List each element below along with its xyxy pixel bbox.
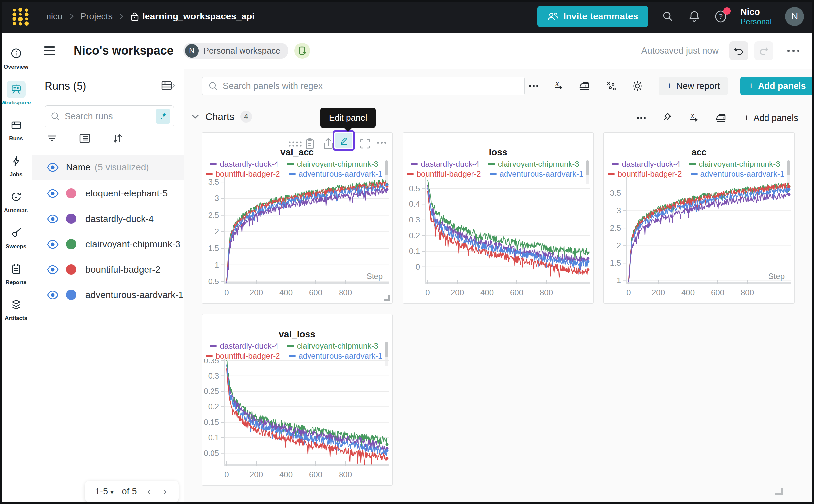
charts-section-header[interactable]: Charts 4 (191, 111, 252, 123)
sidebar-item-label: Automat. (4, 207, 28, 214)
new-report-button[interactable]: + New report (659, 77, 728, 95)
sidebar-item-reports[interactable]: Reports (0, 260, 32, 286)
svg-text:1.5: 1.5 (208, 244, 219, 252)
charts-section-label: Charts (205, 111, 234, 122)
sidebar-item-workspace[interactable]: Workspace (0, 81, 32, 106)
legend-item[interactable]: dastardly-duck-4 (210, 341, 278, 351)
visibility-eye-icon[interactable] (47, 189, 59, 198)
workspace-more-icon[interactable] (528, 84, 538, 88)
menu-icon[interactable] (44, 46, 55, 55)
group-list-icon[interactable] (79, 133, 91, 144)
invite-teammates-button[interactable]: Invite teammates (537, 6, 648, 27)
workspace-doc-icon[interactable] (294, 43, 310, 59)
legend-swatch (407, 173, 414, 175)
search-icon[interactable] (661, 10, 675, 23)
sidebar-item-overview[interactable]: Overview (0, 45, 32, 70)
sidebar-item-runs[interactable]: Runs (0, 117, 32, 142)
section-resize-handle[interactable] (775, 488, 783, 495)
breadcrumb-project[interactable]: learning_workspaces_api (130, 11, 255, 22)
chart-plot[interactable]: 0.050.10.150.20.250.30.350200400600800 (203, 359, 390, 481)
chart-panel-loss: loss dastardly-duck-4clairvoyant-chipmun… (403, 132, 593, 304)
breadcrumb-entity[interactable]: nico (46, 12, 63, 22)
run-row[interactable]: clairvoyant-chipmunk-3 (32, 231, 184, 257)
add-panels-button[interactable]: + Add panels (740, 77, 814, 95)
filter-icon[interactable] (46, 133, 58, 144)
panel-resize-handle[interactable] (384, 295, 390, 301)
pagination-of: of 5 (122, 487, 137, 497)
breadcrumb-projects[interactable]: Projects (80, 12, 113, 22)
run-row[interactable]: eloquent-elephant-5 (32, 181, 184, 206)
legend-item[interactable]: clairvoyant-chipmunk-3 (689, 160, 780, 169)
panel-search-input[interactable] (223, 81, 518, 91)
avatar[interactable]: N (785, 7, 804, 26)
wandb-logo[interactable] (10, 6, 31, 27)
legend-item[interactable]: dastardly-duck-4 (612, 160, 680, 169)
drag-handle-icon[interactable] (288, 140, 303, 148)
runs-name-header[interactable]: Name (5 visualized) (32, 155, 184, 180)
visibility-eye-icon[interactable] (47, 291, 59, 299)
sort-icon[interactable] (112, 133, 123, 144)
run-name: bountiful-badger-2 (85, 264, 160, 275)
legend-item[interactable]: clairvoyant-chipmunk-3 (287, 341, 378, 351)
svg-text:1: 1 (215, 260, 219, 269)
header-more-icon[interactable] (784, 46, 803, 55)
chart-plot[interactable]: 0.511.522.533.50200400600800Step (203, 177, 390, 299)
sidebar-item-automat[interactable]: Automat. (0, 189, 32, 214)
legend-item[interactable]: dastardly-duck-4 (210, 160, 278, 169)
workspace-badge[interactable]: N Personal workspace (183, 43, 288, 59)
pagination-range-dropdown[interactable]: 1-5 ▾ (95, 487, 113, 497)
run-row[interactable]: bountiful-badger-2 (32, 257, 184, 282)
sidebar-item-label: Workspace (1, 100, 31, 106)
run-name: clairvoyant-chipmunk-3 (85, 239, 180, 250)
legend-item[interactable]: clairvoyant-chipmunk-3 (488, 160, 579, 169)
undo-button[interactable] (729, 41, 748, 60)
x-axis-icon[interactable]: x (553, 80, 564, 92)
run-row[interactable]: adventurous-aardvark-1 (32, 282, 184, 308)
legend-swatch (689, 163, 696, 165)
top-navbar: nico Projects learning_workspaces_api In… (0, 0, 814, 33)
user-scope: Personal (740, 17, 772, 26)
section-smoothing-iron-icon[interactable] (715, 112, 728, 124)
legend-item[interactable]: clairvoyant-chipmunk-3 (287, 160, 378, 169)
notifications-bell-icon[interactable] (688, 10, 701, 23)
redo-button[interactable] (754, 41, 773, 60)
outliers-icon[interactable] (606, 80, 617, 92)
visibility-eye-icon[interactable] (47, 163, 59, 172)
svg-text:800: 800 (339, 470, 352, 479)
legend-swatch (608, 173, 615, 175)
chart-plot[interactable]: 00.10.20.30.40.50200400600800 (404, 177, 591, 299)
visibility-eye-icon[interactable] (47, 215, 59, 223)
svg-text:800: 800 (741, 288, 754, 297)
help-icon[interactable]: ? (714, 10, 727, 23)
sidebar-item-jobs[interactable]: Jobs (0, 153, 32, 178)
breadcrumb-separator-icon (119, 13, 124, 20)
regex-toggle[interactable]: .* (156, 109, 170, 124)
section-add-panels-button[interactable]: + Add panels (744, 113, 798, 123)
section-more-icon[interactable] (637, 116, 646, 120)
svg-text:400: 400 (681, 288, 695, 297)
user-menu[interactable]: Nico Personal (740, 7, 772, 26)
settings-gear-icon[interactable] (632, 80, 644, 92)
chart-plot[interactable]: 11.522.533.50200400600800Step (605, 177, 792, 299)
plus-icon: + (744, 113, 750, 123)
user-name: Nico (740, 7, 772, 17)
legend-item[interactable]: dastardly-duck-4 (411, 160, 479, 169)
sidebar-item-sweeps[interactable]: Sweeps (0, 224, 32, 250)
smoothing-iron-icon[interactable] (579, 80, 591, 92)
pagination-next-button[interactable]: › (161, 486, 168, 497)
sidebar-item-artifacts[interactable]: Artifacts (0, 296, 32, 322)
run-row[interactable]: dastardly-duck-4 (32, 206, 184, 231)
panel-more-icon[interactable] (377, 141, 387, 144)
runs-search-input[interactable] (65, 111, 156, 122)
edit-panel-button[interactable] (333, 130, 355, 151)
people-icon (547, 12, 558, 21)
pagination-prev-button[interactable]: ‹ (145, 486, 153, 497)
runs-table-expand-button[interactable] (161, 80, 174, 92)
section-x-axis-icon[interactable]: x (688, 112, 700, 124)
legend-swatch (411, 163, 418, 165)
pin-section-icon[interactable] (662, 112, 673, 124)
visibility-eye-icon[interactable] (47, 240, 59, 249)
run-color-dot (66, 239, 76, 249)
workspace-header: Nico's workspace N Personal workspace Au… (32, 33, 814, 69)
visibility-eye-icon[interactable] (47, 265, 59, 274)
